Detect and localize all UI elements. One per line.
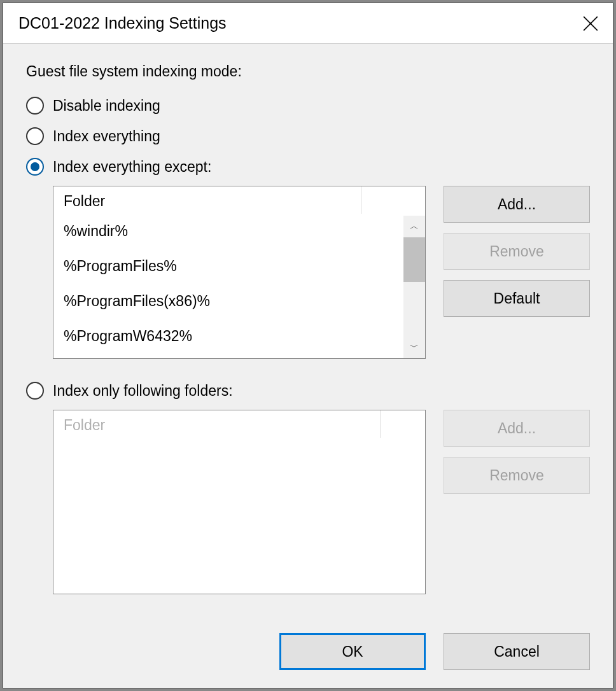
list-item[interactable]: %windir%: [53, 214, 403, 249]
radio-index-everything[interactable]: Index everything: [26, 127, 590, 145]
radio-label: Disable indexing: [53, 97, 160, 115]
except-add-button[interactable]: Add...: [444, 186, 590, 223]
close-icon: [582, 15, 599, 32]
list-item[interactable]: %ProgramFiles%: [53, 249, 403, 284]
list-item[interactable]: %ProgramFiles(x86)%: [53, 284, 403, 319]
dialog-footer: OK Cancel: [3, 620, 613, 688]
cancel-button[interactable]: Cancel: [444, 633, 590, 670]
list-item[interactable]: %ProgramW6432%: [53, 319, 403, 354]
radio-index-only[interactable]: Index only following folders:: [26, 382, 590, 400]
except-default-button[interactable]: Default: [444, 280, 590, 317]
radio-label: Index everything except:: [53, 158, 211, 176]
indexing-settings-dialog: DC01-2022 Indexing Settings Guest file s…: [3, 3, 613, 688]
radio-icon: [26, 382, 44, 400]
column-header-folder: Folder: [53, 410, 381, 438]
titlebar: DC01-2022 Indexing Settings: [3, 3, 613, 44]
radio-disable-indexing[interactable]: Disable indexing: [26, 97, 590, 115]
radio-icon: [26, 127, 44, 145]
only-folders-listbox: Folder: [53, 410, 426, 594]
close-button[interactable]: [568, 3, 613, 44]
only-remove-button: Remove: [444, 457, 590, 494]
column-header-folder[interactable]: Folder: [53, 186, 361, 214]
group-label: Guest file system indexing mode:: [26, 63, 590, 80]
dialog-title: DC01-2022 Indexing Settings: [18, 14, 227, 32]
except-buttons: Add... Remove Default: [444, 186, 590, 317]
radio-label: Index everything: [53, 128, 160, 145]
except-section: Folder %windir% %ProgramFiles% %ProgramF…: [26, 186, 590, 359]
only-section: Folder Add... Remove: [26, 410, 590, 594]
dialog-content: Guest file system indexing mode: Disable…: [3, 44, 613, 620]
radio-icon: [26, 158, 44, 176]
ok-button[interactable]: OK: [279, 633, 426, 670]
scroll-up-icon[interactable]: ︿: [403, 216, 425, 237]
radio-icon: [26, 97, 44, 115]
radio-index-except[interactable]: Index everything except:: [26, 158, 590, 176]
except-folders-listbox[interactable]: Folder %windir% %ProgramFiles% %ProgramF…: [53, 186, 426, 359]
scroll-thumb[interactable]: [403, 237, 425, 282]
only-buttons: Add... Remove: [444, 410, 590, 494]
radio-label: Index only following folders:: [53, 382, 233, 400]
except-remove-button: Remove: [444, 233, 590, 270]
scrollbar[interactable]: ︿ ﹀: [403, 216, 425, 358]
only-add-button: Add...: [444, 410, 590, 447]
scroll-down-icon[interactable]: ﹀: [403, 337, 425, 358]
